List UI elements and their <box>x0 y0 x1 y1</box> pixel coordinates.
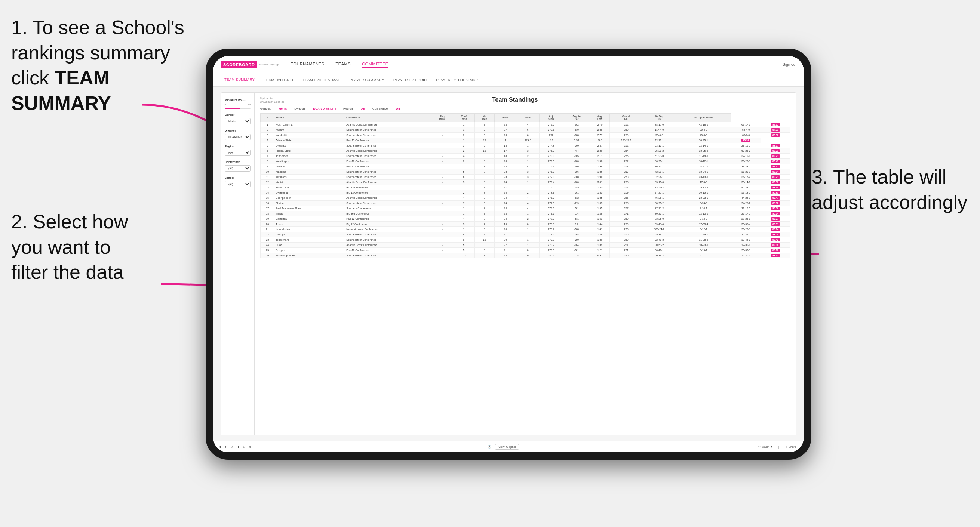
tab-team-summary[interactable]: TEAM SUMMARY <box>221 75 258 84</box>
tab-player-summary[interactable]: PLAYER SUMMARY <box>346 76 388 84</box>
table-cell: 82.04 <box>761 169 791 174</box>
table-cell: 10 <box>474 148 494 153</box>
division-select[interactable]: NCAA Division I <box>225 134 250 140</box>
table-cell: 54-4-0 <box>731 127 761 132</box>
table-cell: 5 <box>474 132 494 138</box>
table-cell: 82.31 <box>761 164 791 169</box>
table-cell: 13-24-1 <box>676 169 731 174</box>
watch-button[interactable]: 👁 Watch ▾ <box>755 444 774 449</box>
table-cell: Pac-12 Conference <box>345 164 431 169</box>
table-cell: 1.41 <box>590 227 610 232</box>
table-cell: 276.0 <box>539 185 563 190</box>
table-cell: Arkansas <box>274 174 345 179</box>
region-select[interactable]: N/A <box>225 149 250 156</box>
table-cell: 83.13 <box>761 252 791 258</box>
table-cell: 1 <box>494 138 516 143</box>
table-cell: 3 <box>261 132 274 138</box>
school-select[interactable]: (All) <box>225 181 250 187</box>
table-cell: 9-10-1 <box>676 206 731 211</box>
table-cell: 26 <box>261 252 274 258</box>
gender-select[interactable]: Men's <box>225 118 250 124</box>
table-cell: -4.4 <box>563 148 590 153</box>
table-row: 5Ole MissSoutheastern Conference-3618127… <box>261 143 791 148</box>
toolbar-add[interactable]: ⊕ <box>249 445 251 449</box>
table-cell: 4 <box>453 153 475 159</box>
toolbar-forward[interactable]: ▶ <box>225 445 227 449</box>
table-cell: Big 12 Conference <box>345 190 431 195</box>
table-cell: 276.9 <box>539 195 563 200</box>
table-cell: 277.0 <box>539 174 563 179</box>
tab-player-h2h-grid[interactable]: PLAYER H2H GRID <box>390 76 430 84</box>
table-row: 20TexasBig 12 Conference-37160278.80.71.… <box>261 221 791 227</box>
nav-committee[interactable]: COMMITTEE <box>362 62 388 68</box>
table-body: 1North CarolinaAtlantic Coast Conference… <box>261 122 791 258</box>
table-cell: 23 <box>494 252 516 258</box>
table-cell: 1 <box>453 122 475 127</box>
tab-player-h2h-heatmap[interactable]: PLAYER H2H HEATMAP <box>432 76 482 84</box>
table-cell: 85.24 <box>761 211 791 216</box>
table-cell: 11-38-2 <box>676 237 731 242</box>
table-cell: - <box>431 248 453 252</box>
table-cell: 2 <box>261 127 274 132</box>
table-cell: 10 <box>453 252 475 258</box>
table-cell: Pac-12 Conference <box>345 138 431 143</box>
tab-team-h2h-grid[interactable]: TEAM H2H GRID <box>260 76 297 84</box>
table-cell: 90-51-2 <box>643 242 676 248</box>
table-cell: 44-24-1 <box>731 195 761 200</box>
table-cell: -5.1 <box>563 216 590 221</box>
table-cell: 7 <box>474 232 494 237</box>
table-cell: 1 <box>516 211 539 216</box>
table-cell: - <box>431 232 453 237</box>
col-conference: Conference <box>345 113 431 122</box>
table-row: 15Georgia TechAtlantic Coast Conference-… <box>261 195 791 200</box>
table-cell: 17 <box>261 206 274 211</box>
table-cell: 1.63 <box>590 200 610 206</box>
table-cell: 33-38-4 <box>731 221 761 227</box>
table-cell: 9 <box>474 127 494 132</box>
nav-tournaments[interactable]: TOURNAMENTS <box>291 62 324 68</box>
view-original-button[interactable]: View: Original <box>495 444 519 450</box>
table-cell: -5.8 <box>563 227 590 232</box>
table-cell: 4-21-0 <box>676 252 731 258</box>
table-cell: 95-6-0 <box>643 132 676 138</box>
tab-team-h2h-heatmap[interactable]: TEAM H2H HEATMAP <box>299 76 344 84</box>
table-cell: 53-18-1 <box>731 190 761 195</box>
table-cell: -3.6 <box>563 169 590 174</box>
toolbar-divider: | <box>778 445 779 449</box>
region-filter-val: All <box>361 107 365 110</box>
col-adj-score: Adj.Score <box>539 113 563 122</box>
table-cell: 28-25-0 <box>731 216 761 221</box>
table-cell: Southeastern Conference <box>345 237 431 242</box>
table-cell: Southeastern Conference <box>345 232 431 237</box>
table-cell: 83.27 <box>761 216 791 221</box>
table-cell: 86-25-1 <box>643 159 676 164</box>
toolbar-reload[interactable]: ↺ <box>231 445 233 449</box>
table-row: 17East Tennessee StateSouthern Conferenc… <box>261 206 791 211</box>
rank-slider[interactable] <box>225 108 250 109</box>
table-cell: 21 <box>494 248 516 252</box>
table-cell: 1.85 <box>590 195 610 200</box>
nav-teams[interactable]: TEAMS <box>336 62 351 68</box>
share-button[interactable]: ⬆ Share <box>783 444 798 449</box>
table-cell: Alabama <box>274 169 345 174</box>
table-cell: 12-14-1 <box>676 143 731 148</box>
table-cell: 100-27-1 <box>610 138 643 143</box>
sign-out[interactable]: | Sign out <box>781 62 796 67</box>
table-cell: 268 <box>610 164 643 169</box>
min-rank-label: Minimum Rou... <box>225 98 250 102</box>
col-overall: OverallRd. <box>610 113 643 122</box>
table-cell: 82-26-1 <box>643 174 676 179</box>
toolbar-back[interactable]: ◀ <box>219 445 221 449</box>
table-cell: 13 <box>261 185 274 190</box>
division-label: Division <box>225 129 250 132</box>
toolbar-share-icon[interactable]: ⬆ <box>237 445 240 449</box>
table-cell: -9.5 <box>563 153 590 159</box>
table-row: 7TennesseeSoutheastern Conference-481822… <box>261 153 791 159</box>
conference-select[interactable]: (All) <box>225 165 250 171</box>
table-cell: 269 <box>610 237 643 242</box>
table-cell: 2 <box>453 148 475 153</box>
table-row: 25OregonPac-12 Conference-59210279.5-3.1… <box>261 248 791 252</box>
toolbar-bookmark[interactable]: □ <box>243 445 245 449</box>
table-cell: 267 <box>610 206 643 211</box>
table-cell: 265 <box>610 195 643 200</box>
